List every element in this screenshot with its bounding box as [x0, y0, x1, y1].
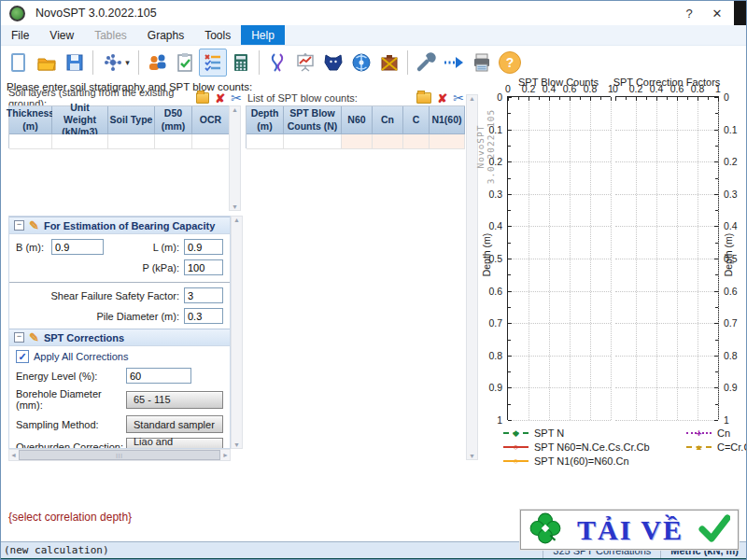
- status-calculation: (new calculation): [4, 544, 109, 556]
- new-file-icon[interactable]: [5, 49, 33, 77]
- legend-swatch: ○: [503, 446, 529, 448]
- menu-file[interactable]: File: [1, 25, 39, 45]
- soil-cell[interactable]: [52, 134, 108, 149]
- correlation-list-icon[interactable]: [199, 49, 227, 77]
- axis-mark: [626, 97, 627, 100]
- clover-icon: [529, 511, 562, 549]
- shear-factor-input[interactable]: [184, 287, 223, 303]
- soil-cell[interactable]: [9, 134, 52, 149]
- menu-help[interactable]: Help: [241, 25, 285, 45]
- axis-mark: [715, 113, 718, 114]
- users-icon[interactable]: [143, 49, 171, 77]
- mascot-icon[interactable]: [319, 49, 347, 77]
- axis-tick-label: 1: [497, 414, 502, 426]
- axis-tick-label: 0.8: [691, 83, 705, 94]
- axis-mark: [600, 97, 601, 100]
- spt-list-header: List of SPT blow counts: ✘ ✂: [247, 91, 464, 105]
- correlations-menu-icon[interactable]: ▾: [97, 49, 134, 77]
- spt-cell[interactable]: [247, 134, 284, 149]
- legend-swatch: +: [686, 432, 712, 434]
- axis-mark: [508, 194, 512, 195]
- calculator-icon[interactable]: [227, 49, 255, 77]
- soil-cell[interactable]: [155, 134, 192, 149]
- soil-layers-table[interactable]: Thickness (m) Unit Weight (kN/m3) Soil T…: [8, 105, 230, 148]
- send-project-icon[interactable]: [375, 49, 403, 77]
- graph-report-icon[interactable]: [291, 49, 319, 77]
- clipboard-check-icon[interactable]: [171, 49, 199, 77]
- axis-tick-label: 0.9: [724, 382, 738, 393]
- chart1-y-axis-label: Depth (m): [481, 227, 492, 283]
- boring-profile-icon[interactable]: [263, 49, 291, 77]
- legend-marker: ▲: [695, 442, 703, 451]
- spt-delete-icon[interactable]: ✘: [437, 92, 447, 105]
- axis-mark: [714, 226, 718, 227]
- spt-col-cn: Cn: [373, 106, 403, 134]
- axis-mark: [570, 97, 571, 101]
- axis-mark: [590, 97, 591, 101]
- chart2-title: SPT Correction Factors: [608, 77, 726, 88]
- spt-blow-counts-plot: 00.20.40.60.8100.10.20.30.40.50.60.70.80…: [507, 96, 611, 420]
- window-close-button[interactable]: ✕: [703, 7, 731, 21]
- spt-blow-counts-table[interactable]: Depth (m) SPT Blow Counts (N) N60 Cn C N…: [246, 105, 465, 148]
- axis-mark: [714, 420, 718, 421]
- soil-col-unit-weight: Unit Weight (kN/m3): [52, 106, 108, 134]
- legend-item-spt-n: ◆ SPT N: [503, 426, 686, 440]
- website-icon[interactable]: [347, 49, 375, 77]
- section-spt-corrections[interactable]: − ✎ SPT Corrections: [9, 329, 230, 346]
- spt-col-depth: Depth (m): [247, 106, 284, 134]
- axis-mark: [615, 387, 718, 388]
- settings-vertical-scrollbar[interactable]: ▲▼: [231, 216, 243, 449]
- settings-wrench-icon[interactable]: [412, 49, 440, 77]
- soil-cut-icon[interactable]: ✂: [231, 91, 242, 105]
- borehole-diameter-select[interactable]: 65 - 115: [126, 391, 223, 409]
- collapse-icon[interactable]: −: [14, 332, 24, 343]
- spt-cell-readonly: [430, 134, 465, 149]
- b-input[interactable]: [51, 239, 104, 255]
- soil-delete-icon[interactable]: ✘: [215, 92, 225, 105]
- axis-mark: [518, 97, 519, 100]
- energy-level-input[interactable]: [126, 368, 191, 384]
- spt-cut-icon[interactable]: ✂: [453, 91, 464, 105]
- chart2-y-axis-label: Depth (m): [723, 227, 734, 283]
- menu-bar: File View Tables Graphs Tools Help: [1, 25, 747, 46]
- axis-mark: [714, 259, 718, 259]
- l-input[interactable]: [184, 239, 223, 255]
- collapse-icon[interactable]: −: [14, 220, 24, 231]
- spt-col-n160: N1(60): [430, 106, 465, 134]
- axis-tick-label: 0.2: [629, 83, 643, 94]
- soil-cell[interactable]: [192, 134, 230, 149]
- axis-tick-label: 0.7: [488, 317, 502, 329]
- save-icon[interactable]: [61, 49, 89, 77]
- axis-tick-label: 0.1: [488, 124, 502, 135]
- legend-label: SPT N60=N.Ce.Cs.Cr.Cb: [534, 441, 650, 453]
- axis-mark: [508, 323, 512, 324]
- spt-cell[interactable]: [284, 134, 342, 149]
- settings-horizontal-scrollbar[interactable]: ◄|||►: [8, 449, 231, 461]
- download-banner[interactable]: TẢI VỀ: [520, 510, 739, 550]
- section-bearing-capacity[interactable]: − ✎ For Estimation of Bearing Capacity: [9, 217, 230, 234]
- pile-diameter-input[interactable]: [184, 308, 223, 324]
- overburden-correction-select[interactable]: Liao and Whitman, 1986: [126, 438, 223, 449]
- window-help-button[interactable]: ?: [675, 7, 703, 21]
- run-analysis-icon[interactable]: [440, 49, 468, 77]
- status-message: {select correlation depth}: [8, 511, 132, 524]
- open-folder-icon[interactable]: [33, 49, 61, 77]
- axis-mark: [615, 259, 718, 259]
- soil-open-icon[interactable]: [196, 92, 210, 104]
- menu-tools[interactable]: Tools: [194, 25, 241, 45]
- menu-graphs[interactable]: Graphs: [137, 25, 194, 45]
- p-input[interactable]: [184, 259, 223, 275]
- axis-mark: [508, 371, 511, 372]
- axis-tick-label: 0.3: [724, 189, 738, 200]
- help-icon[interactable]: ?: [496, 49, 524, 77]
- soil-cell[interactable]: [108, 134, 155, 149]
- apply-all-checkbox[interactable]: ✓: [16, 350, 29, 363]
- soil-layers-header: Soil layers (starting from the existing …: [8, 91, 242, 105]
- axis-mark: [508, 226, 611, 227]
- menu-view[interactable]: View: [39, 25, 84, 45]
- sampling-method-select[interactable]: Standard sampler: [126, 415, 223, 433]
- legend-swatch: ○: [503, 460, 529, 462]
- soil-table-scrollbar[interactable]: ▲▼: [229, 105, 241, 211]
- spt-open-icon[interactable]: [416, 92, 431, 104]
- print-icon[interactable]: [468, 49, 496, 77]
